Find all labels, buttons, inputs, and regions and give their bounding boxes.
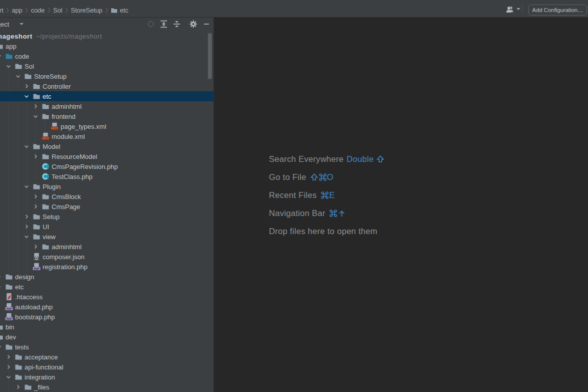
svg-text:PHP: PHP <box>7 317 12 320</box>
svg-text:PHP: PHP <box>7 307 12 310</box>
svg-text:PHP: PHP <box>34 267 40 270</box>
